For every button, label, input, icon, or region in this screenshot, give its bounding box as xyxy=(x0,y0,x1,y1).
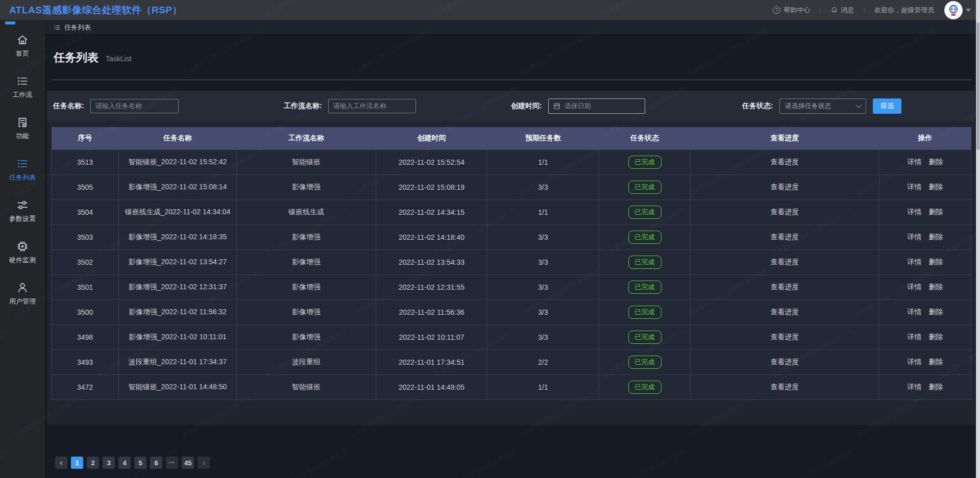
cell-created-time: 2022-11-02 12:31:55 xyxy=(376,274,487,299)
filter-task-status: 任务状态: 请选择任务状态 xyxy=(742,91,866,121)
cell-expected-count: 3/3 xyxy=(487,174,599,199)
detail-link[interactable]: 详情 xyxy=(908,183,922,191)
help-center-button[interactable]: ? 帮助中心 xyxy=(773,6,810,15)
pagination-ellipsis[interactable]: ••• xyxy=(166,457,178,469)
cell-workflow-name: 影像增强 xyxy=(237,249,376,274)
view-progress-link[interactable]: 查看进度 xyxy=(771,383,799,391)
detail-link[interactable]: 详情 xyxy=(908,158,922,166)
sidebar-item-home[interactable]: 首页 xyxy=(16,34,29,58)
sidebar-item-hardware[interactable]: 硬件监测 xyxy=(9,240,36,265)
topnav-right: ? 帮助中心 | 消息 | 欢迎你，超级管理员 xyxy=(773,2,971,18)
view-progress-link[interactable]: 查看进度 xyxy=(771,333,799,341)
table-row: 3504镶嵌线生成_2022-11-02 14:34:04镶嵌线生成2022-1… xyxy=(52,199,971,224)
breadcrumb-label: 任务列表 xyxy=(64,23,91,32)
cell-workflow-name: 影像增强 xyxy=(237,299,376,324)
cell-task-id: 3498 xyxy=(52,324,119,349)
pagination: ‹123456•••45› xyxy=(55,457,210,469)
view-progress-link[interactable]: 查看进度 xyxy=(771,233,799,241)
avatar xyxy=(945,2,962,18)
cell-task-name: 智能镶嵌_2022-11-02 15:52:42 xyxy=(119,149,237,174)
table-row: 3513智能镶嵌_2022-11-02 15:52:42智能镶嵌2022-11-… xyxy=(52,149,971,174)
view-progress-link[interactable]: 查看进度 xyxy=(771,358,799,366)
status-badge: 已完成 xyxy=(628,306,662,319)
delete-link[interactable]: 删除 xyxy=(929,258,943,266)
delete-link[interactable]: 删除 xyxy=(929,183,943,191)
cell-task-id: 3502 xyxy=(52,249,119,274)
pagination-page-5[interactable]: 5 xyxy=(134,457,146,469)
task-status-select[interactable]: 请选择任务状态 xyxy=(779,98,866,114)
date-picker-input[interactable]: 选择日期 xyxy=(548,98,645,114)
view-progress-link[interactable]: 查看进度 xyxy=(771,183,799,191)
scrollbar-thumb[interactable] xyxy=(976,22,979,150)
cell-view-progress: 查看进度 xyxy=(691,174,879,199)
cell-task-status: 已完成 xyxy=(599,299,691,324)
view-progress-link[interactable]: 查看进度 xyxy=(771,308,799,316)
cell-task-id: 3500 xyxy=(52,299,119,324)
welcome-text: 欢迎你，超级管理员 xyxy=(874,6,934,15)
messages-button[interactable]: 消息 xyxy=(830,6,854,15)
sidebar-item-label: 参数设置 xyxy=(9,214,36,223)
cell-expected-count: 3/3 xyxy=(487,274,599,299)
help-icon: ? xyxy=(773,6,780,14)
detail-link[interactable]: 详情 xyxy=(908,358,922,366)
cell-task-status: 已完成 xyxy=(599,174,691,199)
column-header: 任务状态 xyxy=(599,127,691,149)
cell-view-progress: 查看进度 xyxy=(691,374,879,399)
delete-link[interactable]: 删除 xyxy=(929,383,943,391)
delete-link[interactable]: 删除 xyxy=(929,208,943,216)
sidebar-item-function[interactable]: 功能 xyxy=(16,116,29,141)
pagination-prev[interactable]: ‹ xyxy=(55,457,67,469)
delete-link[interactable]: 删除 xyxy=(929,358,943,366)
cell-workflow-name: 镶嵌线生成 xyxy=(237,199,376,224)
chip-icon xyxy=(16,240,29,253)
workflow-name-input[interactable] xyxy=(328,99,416,113)
delete-link[interactable]: 删除 xyxy=(929,158,943,166)
filter-bar: 任务名称: 工作流名称: 创建时间: xyxy=(47,91,975,121)
pagination-page-2[interactable]: 2 xyxy=(87,457,99,469)
task-name-input[interactable] xyxy=(90,99,179,113)
delete-link[interactable]: 删除 xyxy=(929,308,943,316)
detail-link[interactable]: 详情 xyxy=(908,383,922,391)
detail-link[interactable]: 详情 xyxy=(908,308,922,316)
cell-created-time: 2022-11-02 14:18:40 xyxy=(376,224,487,249)
detail-link[interactable]: 详情 xyxy=(908,333,922,341)
delete-link[interactable]: 删除 xyxy=(929,283,943,291)
pagination-page-3[interactable]: 3 xyxy=(103,457,115,469)
cell-view-progress: 查看进度 xyxy=(691,274,879,299)
pagination-page-6[interactable]: 6 xyxy=(150,457,162,469)
view-progress-link[interactable]: 查看进度 xyxy=(771,158,799,166)
list-icon xyxy=(16,158,29,170)
delete-link[interactable]: 删除 xyxy=(929,233,943,241)
pagination-page-1[interactable]: 1 xyxy=(71,457,83,469)
sidebar-item-tasklist[interactable]: 任务列表 xyxy=(9,158,36,182)
sidebar-item-workflow[interactable]: 工作流 xyxy=(13,75,33,99)
cell-expected-count: 3/3 xyxy=(487,224,599,249)
workflow-name-label: 工作流名称: xyxy=(284,102,322,111)
detail-link[interactable]: 详情 xyxy=(908,283,922,291)
page-subtitle: TaskList xyxy=(106,55,132,63)
detail-link[interactable]: 详情 xyxy=(908,208,922,216)
detail-link[interactable]: 详情 xyxy=(908,233,922,241)
sidebar-item-users[interactable]: 用户管理 xyxy=(9,282,36,306)
delete-link[interactable]: 删除 xyxy=(929,333,943,341)
cell-created-time: 2022-11-01 17:34:51 xyxy=(376,349,487,374)
page-title: 任务列表 xyxy=(54,50,99,65)
user-menu[interactable] xyxy=(945,2,971,18)
detail-link[interactable]: 详情 xyxy=(908,258,922,266)
pagination-next[interactable]: › xyxy=(198,457,210,469)
view-progress-link[interactable]: 查看进度 xyxy=(771,258,799,266)
view-progress-link[interactable]: 查看进度 xyxy=(771,283,799,291)
messages-label: 消息 xyxy=(841,6,854,15)
filter-button[interactable]: 筛选 xyxy=(873,98,901,114)
pagination-page-45[interactable]: 45 xyxy=(182,457,194,469)
page-header: 任务列表 TaskList xyxy=(54,50,132,65)
filter-task-name: 任务名称: xyxy=(53,91,179,121)
pagination-page-4[interactable]: 4 xyxy=(118,457,131,469)
cell-created-time: 2022-11-02 15:08:19 xyxy=(376,174,487,199)
cell-view-progress: 查看进度 xyxy=(691,324,879,349)
sidebar-item-params[interactable]: 参数设置 xyxy=(9,199,36,223)
vertical-scrollbar[interactable] xyxy=(976,0,980,478)
list-icon xyxy=(16,75,29,87)
column-header: 创建时间 xyxy=(376,127,487,149)
view-progress-link[interactable]: 查看进度 xyxy=(771,208,799,216)
